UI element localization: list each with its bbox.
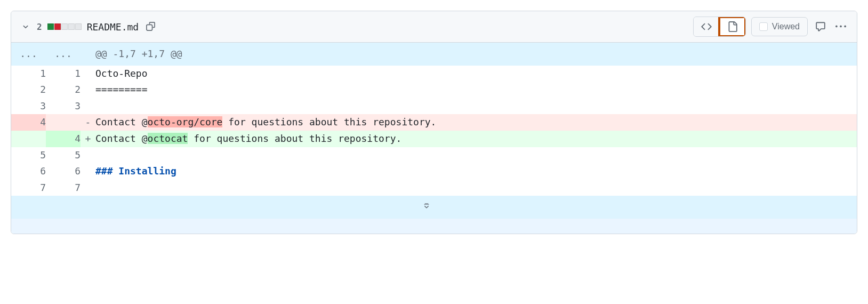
diff-stat-square	[47, 23, 54, 30]
line-number-new: 5	[46, 147, 81, 164]
source-view-toggle[interactable]	[694, 17, 719, 36]
line-number-new: 3	[46, 98, 81, 115]
line-number-new	[46, 114, 81, 131]
diff-line[interactable]: 11Octo-Repo	[11, 66, 857, 82]
diff-stat-square	[75, 23, 82, 30]
line-code: =========	[95, 82, 857, 98]
line-code: ### Installing	[95, 163, 857, 180]
file-header-left: 2 README.md	[20, 20, 158, 34]
line-marker	[81, 180, 95, 196]
file-header-right: Viewed	[693, 17, 848, 37]
diff-stat-square	[54, 23, 61, 30]
line-number-old: 2	[11, 82, 46, 98]
expand-dots: ...	[11, 43, 46, 66]
kebab-icon	[835, 21, 846, 32]
collapse-chevron[interactable]	[20, 21, 31, 33]
expand-down-row[interactable]	[11, 196, 857, 219]
diff-line[interactable]: 55	[11, 147, 857, 164]
file-diff-box: 2 README.md Viewed	[11, 11, 857, 234]
file-name[interactable]: README.md	[87, 21, 139, 33]
copy-path-button[interactable]	[144, 20, 158, 34]
line-number-new: 4	[46, 131, 81, 147]
expand-dots: ...	[46, 43, 81, 66]
diff-line[interactable]: 77	[11, 180, 857, 196]
line-code: Octo-Repo	[95, 66, 857, 82]
diff-line[interactable]: 33	[11, 98, 857, 115]
line-code: Contact @octocat for questions about thi…	[95, 131, 857, 147]
diff-line[interactable]: 4-Contact @octo-org/core for questions a…	[11, 114, 857, 131]
line-number-old	[11, 131, 46, 147]
change-count: 2	[37, 22, 42, 32]
viewed-toggle[interactable]: Viewed	[751, 17, 808, 36]
viewed-label: Viewed	[772, 22, 800, 31]
kebab-menu[interactable]	[833, 19, 848, 34]
diff-line[interactable]: 4+Contact @octocat for questions about t…	[11, 131, 857, 147]
line-number-new: 1	[46, 66, 81, 82]
line-code: Contact @octo-org/core for questions abo…	[95, 114, 857, 131]
comment-icon	[815, 21, 826, 32]
diff-stat-squares	[47, 23, 82, 30]
diff-line[interactable]: 22=========	[11, 82, 857, 98]
rendered-view-toggle[interactable]	[719, 17, 745, 36]
line-code	[95, 98, 857, 115]
line-marker	[81, 98, 95, 115]
line-code	[95, 147, 857, 164]
line-number-old: 6	[11, 163, 46, 180]
line-number-old: 4	[11, 114, 46, 131]
eof-spacer	[11, 219, 857, 234]
diff-stat-square	[68, 23, 75, 30]
diff-table: ... ... @@ -1,7 +1,7 @@ 11Octo-Repo22===…	[11, 43, 857, 196]
line-number-old: 1	[11, 66, 46, 82]
line-marker: +	[81, 131, 95, 147]
line-number-new: 6	[46, 163, 81, 180]
line-number-old: 3	[11, 98, 46, 115]
line-marker	[81, 66, 95, 82]
diff-line[interactable]: 66### Installing	[11, 163, 857, 180]
line-marker: -	[81, 114, 95, 131]
line-marker	[81, 163, 95, 180]
file-icon	[727, 21, 738, 32]
file-header: 2 README.md Viewed	[11, 11, 857, 43]
line-code	[95, 180, 857, 196]
line-marker	[81, 147, 95, 164]
chevron-down-icon	[21, 22, 30, 31]
line-number-old: 7	[11, 180, 46, 196]
code-icon	[701, 21, 712, 32]
diff-stat-square	[61, 23, 68, 30]
line-number-new: 2	[46, 82, 81, 98]
hunk-header-text: @@ -1,7 +1,7 @@	[95, 43, 857, 66]
line-marker	[81, 82, 95, 98]
copy-icon	[146, 22, 156, 31]
comment-button[interactable]	[813, 19, 828, 34]
viewed-checkbox	[759, 22, 768, 31]
view-toggle	[693, 17, 746, 37]
diff-footer	[11, 196, 857, 234]
line-number-new: 7	[46, 180, 81, 196]
expand-down-icon	[422, 202, 431, 210]
line-number-old: 5	[11, 147, 46, 164]
hunk-header-row[interactable]: ... ... @@ -1,7 +1,7 @@	[11, 43, 857, 66]
